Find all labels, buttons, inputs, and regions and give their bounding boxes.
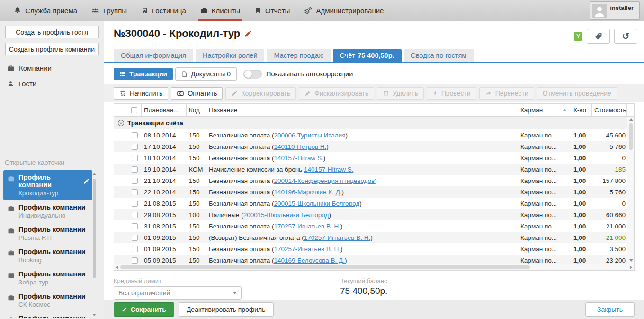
nav-item-groups[interactable]: Группы — [84, 0, 134, 21]
row-checkbox[interactable] — [132, 246, 138, 252]
scroll-down-arrow[interactable] — [629, 259, 633, 262]
booking-link[interactable]: 140110-Петров Н. — [274, 143, 326, 150]
close-button[interactable]: Закрыть — [585, 302, 635, 317]
cancel-posting-button[interactable]: Отменить проведение — [537, 87, 617, 100]
row-checkbox[interactable] — [132, 166, 138, 173]
tags-button[interactable] — [587, 29, 610, 44]
booking-link[interactable]: 170257-Игнатьев В. Н. — [274, 246, 340, 253]
accrue-button[interactable]: Начислить — [114, 87, 168, 100]
scrollbar-thumb[interactable] — [629, 123, 633, 150]
history-button[interactable]: ↺ — [614, 29, 637, 44]
booking-link[interactable]: 140169-Белоусова В. Д. — [274, 257, 345, 264]
tab-sales-master[interactable]: Мастер продаж — [267, 49, 330, 62]
scrollbar-thumb[interactable] — [120, 265, 530, 269]
tab-guests-summary[interactable]: Сводка по гостям — [404, 49, 474, 62]
booking-link[interactable]: 200014-Конференция птицеводов — [274, 177, 375, 184]
correct-button[interactable]: Корректировать — [225, 87, 296, 100]
open-card-krokodil-tur[interactable]: Профиль компании Крокодил-тур — [3, 170, 92, 200]
booking-link[interactable]: 170257-Игнатьев В. Н. — [274, 223, 340, 230]
row-checkbox[interactable] — [132, 132, 138, 138]
app-window: Служба приёма Группы Гостиница Клиенты О… — [0, 0, 644, 319]
header-planned-date[interactable]: Плановая... — [142, 104, 187, 116]
edit-title-pencil-icon[interactable] — [244, 30, 252, 37]
post-button[interactable]: Провести — [427, 87, 476, 100]
scrollbar-thumb[interactable] — [93, 179, 96, 278]
sidebar-item-guests[interactable]: Гости — [0, 76, 104, 91]
transactions-subtab[interactable]: Транзакции — [114, 68, 173, 80]
row-checkbox[interactable] — [132, 201, 138, 207]
open-card-zebra-tur[interactable]: Профиль компании Зебра-тур — [3, 267, 92, 289]
booking-link[interactable]: 140157-Hitraw S. — [304, 166, 353, 173]
nav-item-reception[interactable]: Служба приёма — [7, 0, 84, 21]
pay-button[interactable]: Оплатить — [171, 87, 223, 100]
nav-item-hotel[interactable]: Гостиница — [134, 0, 193, 21]
delete-button[interactable]: Удалить — [377, 87, 423, 100]
header-name[interactable]: Название — [206, 104, 518, 116]
credit-limit-label: Крединый лимит — [114, 277, 242, 284]
tab-role-settings[interactable]: Настройки ролей — [196, 49, 265, 62]
transaction-row: 01.09.2015150Безналичная оплата (170257-… — [114, 243, 634, 255]
save-button[interactable]: ✔Сохранить — [114, 302, 174, 317]
header-cost[interactable]: Стоимость — [592, 104, 627, 116]
header-pocket[interactable]: Карман — [518, 104, 571, 116]
cell-qty: 1,00 — [571, 200, 592, 207]
open-card-partial[interactable]: Профиль компании — [3, 311, 92, 318]
select-all-checkbox[interactable] — [131, 107, 137, 113]
create-guest-profile-button[interactable]: Создать профиль гостя — [5, 26, 99, 38]
briefcase-icon — [8, 227, 15, 234]
scroll-up-arrow[interactable] — [629, 118, 633, 121]
booking-link[interactable]: 200006-Туристы Италия — [274, 132, 345, 139]
row-checkbox[interactable] — [132, 144, 138, 150]
subtab-label: Документы 0 — [191, 70, 231, 78]
row-checkbox[interactable] — [132, 155, 138, 161]
booking-link[interactable]: 200015-Школьники Белгород — [274, 200, 359, 207]
create-company-profile-button[interactable]: Создать профиль компании — [5, 43, 99, 55]
booking-link[interactable]: 140196-Марочкин К. Д. — [274, 189, 341, 196]
scroll-left-arrow[interactable] — [116, 265, 118, 269]
fiscalize-button[interactable]: Фискализировать — [299, 87, 374, 100]
cell-qty: 1,00 — [571, 166, 592, 173]
row-checkbox[interactable] — [132, 178, 138, 184]
open-card-individualno[interactable]: Профиль компании Индивидуально — [3, 200, 92, 222]
nav-item-reports[interactable]: Отчёты — [247, 0, 297, 21]
credit-limit-select[interactable]: Без ограничений — [114, 286, 242, 300]
booking-link[interactable]: 140157-Hitraw S. — [274, 155, 323, 162]
row-checkbox[interactable] — [132, 189, 138, 195]
nav-item-clients[interactable]: Клиенты — [193, 0, 247, 21]
header-qty[interactable]: К-во — [571, 104, 592, 116]
row-checkbox[interactable] — [132, 257, 138, 264]
row-checkbox[interactable] — [132, 223, 138, 229]
table-horizontal-scrollbar[interactable] — [114, 264, 634, 270]
row-checkbox[interactable] — [132, 212, 138, 218]
tab-general-info[interactable]: Общая информация — [114, 49, 193, 62]
user-menu[interactable]: installer — [590, 1, 640, 20]
autocorrections-toggle[interactable] — [243, 70, 262, 79]
cell-date: 08.10.2014 — [142, 132, 187, 139]
name-text: ) — [345, 257, 347, 264]
table-vertical-scrollbar[interactable] — [627, 117, 634, 264]
open-card-sk-kosmos[interactable]: Профиль компании СК Космос — [3, 289, 92, 311]
cell-pocket: Карман по... — [518, 143, 571, 150]
header-code[interactable]: Код — [187, 104, 206, 116]
transfer-button[interactable]: Перенести — [479, 87, 534, 100]
deactivate-profile-button[interactable]: Деактивировать профиль — [179, 302, 274, 317]
briefcase-icon — [8, 294, 15, 301]
scroll-down-arrow[interactable] — [92, 314, 96, 316]
open-card-plasma-rti[interactable]: Профиль компании Plasma RTI — [3, 222, 92, 245]
booking-link[interactable]: 200015-Школьники Белгород — [243, 211, 329, 219]
scroll-up-arrow[interactable] — [92, 173, 96, 175]
row-checkbox[interactable] — [132, 235, 138, 241]
scroll-right-arrow[interactable] — [630, 265, 632, 269]
open-card-booking[interactable]: Профиль компании Booking — [3, 245, 92, 267]
collapse-circle-icon[interactable] — [114, 119, 127, 127]
sidebar-item-companies[interactable]: Компании — [0, 60, 104, 76]
sidebar-scrollbar[interactable] — [92, 173, 96, 316]
name-text: Безналичная оплата ( — [209, 177, 274, 184]
nav-item-administration[interactable]: Администрирование — [297, 0, 391, 21]
group-row-account-transactions[interactable]: Транзакции счёта — [114, 117, 634, 129]
tab-account[interactable]: Счёт75 400,50р. — [333, 49, 402, 62]
documents-subtab[interactable]: Документы 0 — [175, 67, 237, 81]
booking-link[interactable]: 170257-Игнатьев В. Н. — [304, 234, 371, 241]
cell-name: Безналичная оплата (170257-Игнатьев В. Н… — [206, 223, 518, 230]
button-label: Фискализировать — [314, 90, 368, 97]
